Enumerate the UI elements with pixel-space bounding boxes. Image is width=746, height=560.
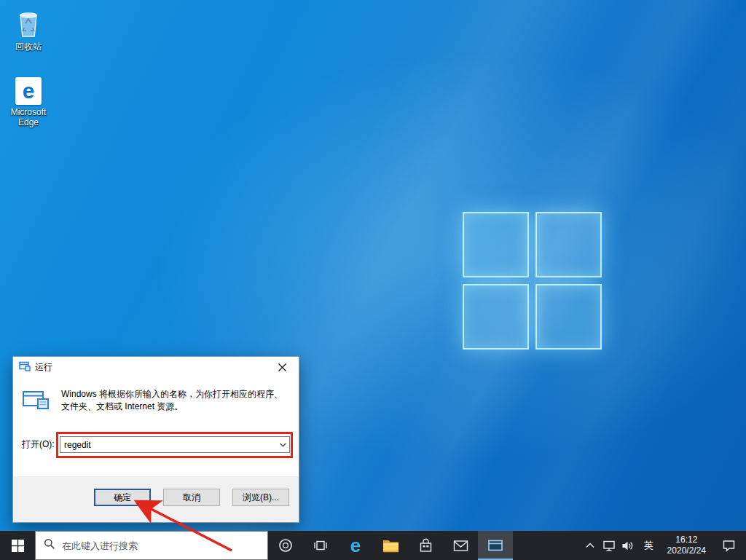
taskbar-clock[interactable]: 16:12 2020/2/24	[661, 535, 712, 556]
search-icon	[44, 538, 55, 553]
open-label: 打开(O):	[22, 438, 60, 451]
edge-icon: e	[0, 77, 57, 105]
recycle-bin-label: 回收站	[0, 42, 57, 52]
desktop-icon-microsoft-edge[interactable]: e Microsoft Edge	[0, 77, 57, 127]
run-dialog: 运行 Windows 将根据你	[12, 356, 299, 523]
task-view-button[interactable]	[303, 531, 338, 560]
run-dialog-body: Windows 将根据你所输入的名称，为你打开相应的程序、文件夹、文档或 Int…	[13, 378, 299, 476]
run-dialog-description: Windows 将根据你所输入的名称，为你打开相应的程序、文件夹、文档或 Int…	[61, 388, 290, 420]
tray-chevron-up-button[interactable]	[581, 531, 600, 560]
clock-time: 16:12	[667, 535, 706, 545]
windows-logo-pane	[463, 212, 529, 277]
volume-button[interactable]	[619, 531, 637, 560]
run-dialog-title: 运行	[35, 361, 52, 374]
close-button[interactable]	[266, 357, 299, 378]
edge-taskbar-button[interactable]: e	[338, 531, 373, 560]
taskbar-search[interactable]	[35, 531, 268, 560]
search-input[interactable]	[62, 540, 259, 551]
open-combobox[interactable]	[60, 436, 290, 453]
mail-icon	[453, 540, 468, 552]
ok-button[interactable]: 确定	[94, 489, 151, 506]
system-tray: 英 16:12 2020/2/24	[581, 531, 746, 560]
start-button[interactable]	[0, 531, 35, 560]
store-icon	[418, 538, 433, 553]
speaker-icon	[621, 540, 634, 551]
ime-indicator[interactable]: 英	[637, 539, 661, 552]
edge-icon: e	[350, 536, 361, 555]
network-icon	[602, 540, 616, 552]
desktop-icon-recycle-bin[interactable]: 回收站	[0, 6, 57, 52]
run-dialog-titlebar-icon	[19, 361, 31, 374]
cortana-button[interactable]	[268, 531, 303, 560]
taskbar: e	[0, 531, 746, 560]
combobox-dropdown-icon[interactable]	[276, 437, 289, 452]
cancel-button[interactable]: 取消	[163, 489, 220, 506]
recycle-bin-icon	[0, 6, 57, 39]
task-view-icon	[313, 538, 328, 553]
screen: 回收站 e Microsoft Edge 运行	[0, 0, 746, 560]
action-center-button[interactable]	[712, 531, 745, 560]
clock-date: 2020/2/24	[667, 545, 706, 556]
windows-logo-pane	[463, 284, 529, 350]
open-input[interactable]	[60, 437, 276, 452]
windows-start-icon	[12, 540, 24, 552]
run-dialog-footer: 确定 取消 浏览(B)...	[13, 476, 299, 522]
chevron-up-icon	[586, 543, 594, 548]
run-dialog-titlebar[interactable]: 运行	[13, 357, 299, 378]
file-explorer-icon	[382, 539, 399, 553]
windows-logo-pane	[535, 284, 602, 350]
edge-label: Microsoft Edge	[0, 107, 57, 127]
close-icon	[278, 363, 286, 371]
cortana-icon	[278, 538, 293, 553]
windows-logo-wallpaper	[463, 212, 602, 350]
browse-button[interactable]: 浏览(B)...	[232, 489, 289, 506]
run-dialog-taskbar-button[interactable]	[478, 531, 513, 560]
windows-logo-pane	[535, 212, 602, 277]
mail-button[interactable]	[443, 531, 478, 560]
action-center-icon	[722, 539, 736, 552]
file-explorer-button[interactable]	[373, 531, 408, 560]
store-button[interactable]	[408, 531, 443, 560]
run-icon	[22, 388, 50, 420]
run-window-icon	[487, 539, 503, 552]
network-status-button[interactable]	[600, 531, 619, 560]
